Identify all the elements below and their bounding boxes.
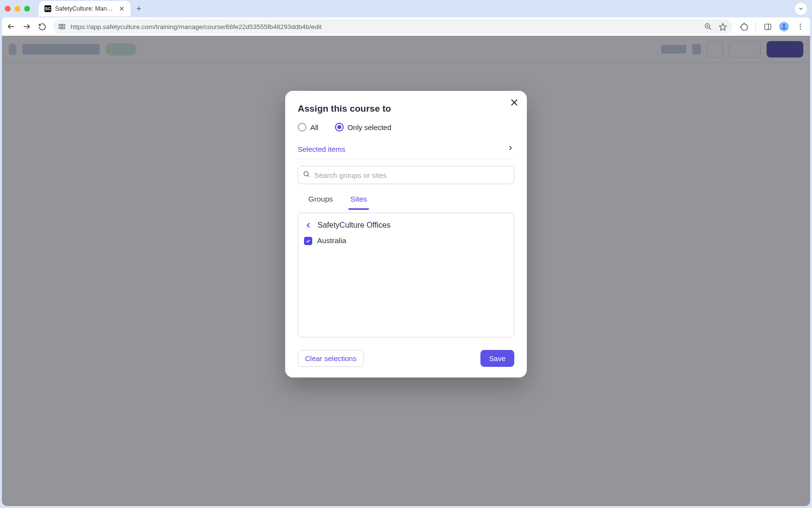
- tab-sites[interactable]: Sites: [348, 191, 369, 210]
- svg-marker-10: [719, 23, 726, 30]
- profile-avatar[interactable]: [779, 22, 789, 31]
- radio-icon: [335, 123, 344, 131]
- save-button[interactable]: Save: [480, 350, 514, 367]
- window-minimize[interactable]: [14, 6, 20, 12]
- browser-tab[interactable]: SC SafetyCulture: Manage Teams and... ✕: [39, 1, 130, 16]
- list-item-label: Australia: [317, 236, 346, 245]
- svg-point-13: [783, 24, 785, 27]
- close-icon[interactable]: [509, 98, 519, 109]
- selected-items-row[interactable]: Selected items: [298, 140, 514, 159]
- assign-course-modal: Assign this course to All Only selected …: [285, 91, 527, 377]
- sites-list: SafetyCulture Offices Australia: [298, 213, 514, 337]
- clear-selections-button[interactable]: Clear selections: [298, 350, 364, 367]
- nav-forward-icon[interactable]: [22, 22, 31, 31]
- breadcrumb-back-icon[interactable]: [304, 221, 313, 230]
- radio-all-label: All: [310, 123, 319, 131]
- window-close[interactable]: [5, 6, 11, 12]
- nav-back-icon[interactable]: [7, 22, 15, 31]
- tab-groups[interactable]: Groups: [306, 191, 335, 210]
- svg-point-14: [800, 24, 801, 25]
- svg-rect-5: [62, 27, 65, 29]
- svg-rect-3: [62, 24, 65, 26]
- side-panel-icon[interactable]: [763, 23, 772, 31]
- favicon-icon: SC: [44, 5, 51, 12]
- zoom-icon[interactable]: [703, 23, 713, 30]
- checkbox-checked-icon[interactable]: [304, 237, 312, 245]
- svg-rect-4: [59, 27, 61, 29]
- site-settings-icon[interactable]: [58, 23, 66, 30]
- extensions-icon[interactable]: [739, 23, 749, 31]
- svg-rect-2: [59, 24, 61, 26]
- new-tab-button[interactable]: +: [136, 4, 142, 14]
- browser-menu-icon[interactable]: [796, 23, 805, 30]
- search-field-wrapper[interactable]: [298, 166, 514, 184]
- radio-all[interactable]: All: [298, 123, 319, 131]
- svg-point-16: [800, 28, 801, 29]
- url-text: https://app.safetyculture.com/training/m…: [71, 23, 698, 30]
- svg-line-20: [307, 175, 309, 176]
- svg-point-15: [800, 26, 801, 28]
- address-bar[interactable]: https://app.safetyculture.com/training/m…: [53, 19, 732, 34]
- search-input[interactable]: [314, 171, 509, 179]
- chevron-right-icon: [507, 144, 514, 154]
- modal-overlay[interactable]: Assign this course to All Only selected …: [2, 36, 810, 506]
- tab-title: SafetyCulture: Manage Teams and...: [55, 5, 115, 12]
- radio-icon: [298, 123, 306, 131]
- nav-reload-icon[interactable]: [38, 23, 46, 31]
- radio-only-selected-label: Only selected: [348, 123, 392, 131]
- svg-point-19: [304, 171, 308, 175]
- bookmark-icon[interactable]: [718, 23, 727, 31]
- search-icon: [303, 171, 310, 180]
- selected-items-label: Selected items: [298, 145, 345, 153]
- window-maximize[interactable]: [24, 6, 30, 12]
- tab-overflow-button[interactable]: [795, 2, 807, 15]
- breadcrumb-label: SafetyCulture Offices: [318, 221, 391, 230]
- svg-line-7: [709, 28, 711, 29]
- list-item[interactable]: Australia: [303, 234, 509, 247]
- svg-rect-11: [765, 24, 771, 29]
- modal-title: Assign this course to: [298, 103, 514, 114]
- radio-only-selected[interactable]: Only selected: [335, 123, 392, 131]
- tab-close-icon[interactable]: ✕: [119, 5, 125, 13]
